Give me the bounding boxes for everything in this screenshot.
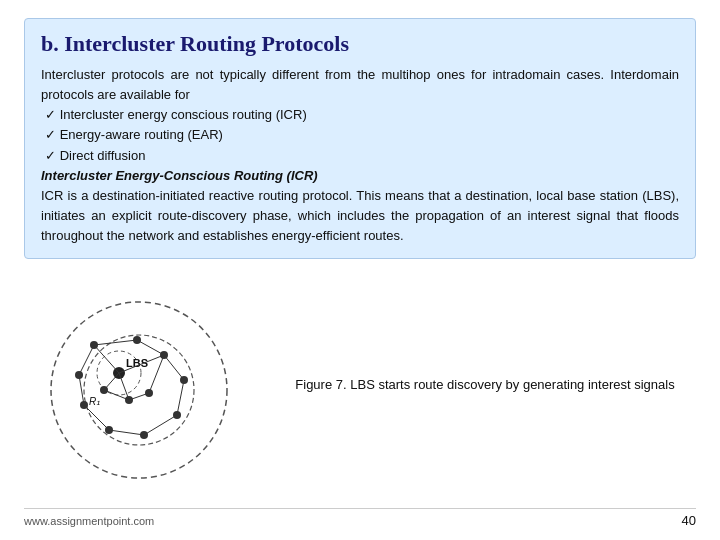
svg-line-28	[79, 345, 94, 375]
svg-line-25	[109, 430, 144, 435]
svg-line-19	[104, 373, 119, 390]
svg-line-24	[144, 415, 177, 435]
svg-line-31	[104, 390, 129, 400]
subheading: Intercluster Energy-Conscious Routing (I…	[41, 168, 318, 183]
svg-line-22	[164, 355, 184, 380]
content-box: b. Intercluster Routing Protocols Interc…	[24, 18, 696, 259]
page-title: b. Intercluster Routing Protocols	[41, 31, 679, 57]
figure-caption: Figure 7. LBS starts route discovery by …	[274, 375, 696, 395]
svg-line-32	[129, 393, 149, 400]
diagram-area: LBS R₁	[24, 285, 254, 485]
svg-line-23	[177, 380, 184, 415]
svg-line-26	[84, 405, 109, 430]
icr-description: ICR is a destination-initiated reactive …	[41, 188, 679, 243]
svg-line-30	[137, 340, 164, 355]
checklist-item-2: ✓ Energy-aware routing (EAR)	[41, 125, 679, 145]
footer-url: www.assignmentpoint.com	[24, 515, 154, 527]
checklist-item-3: ✓ Direct diffusion	[41, 146, 679, 166]
page-number: 40	[682, 513, 696, 528]
checklist-item-1: ✓ Intercluster energy conscious routing …	[41, 105, 679, 125]
svg-point-0	[51, 302, 227, 478]
body-text: Intercluster protocols are not typically…	[41, 65, 679, 246]
slide: b. Intercluster Routing Protocols Interc…	[0, 0, 720, 540]
network-diagram: LBS R₁	[29, 285, 249, 485]
svg-text:R₁: R₁	[89, 396, 100, 407]
svg-line-33	[149, 355, 164, 393]
svg-line-21	[119, 373, 129, 400]
bottom-section: LBS R₁	[24, 269, 696, 500]
footer: www.assignmentpoint.com 40	[24, 508, 696, 528]
svg-line-27	[79, 375, 84, 405]
intro-text: Intercluster protocols are not typically…	[41, 67, 679, 102]
